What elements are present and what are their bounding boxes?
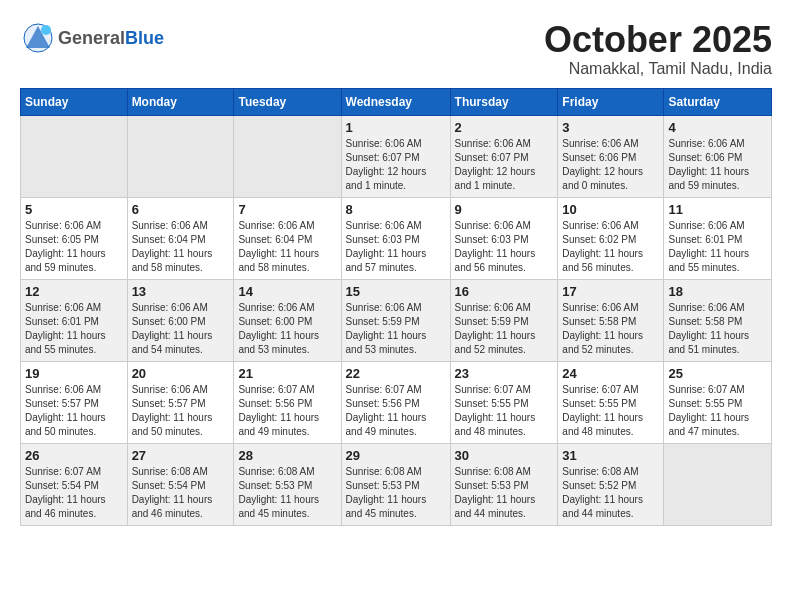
day-detail: Sunrise: 6:06 AM Sunset: 6:00 PM Dayligh… [238, 301, 336, 357]
day-number: 10 [562, 202, 659, 217]
day-detail: Sunrise: 6:07 AM Sunset: 5:55 PM Dayligh… [562, 383, 659, 439]
day-detail: Sunrise: 6:07 AM Sunset: 5:55 PM Dayligh… [668, 383, 767, 439]
calendar-day-cell: 7Sunrise: 6:06 AM Sunset: 6:04 PM Daylig… [234, 197, 341, 279]
calendar-day-cell: 31Sunrise: 6:08 AM Sunset: 5:52 PM Dayli… [558, 443, 664, 525]
day-detail: Sunrise: 6:06 AM Sunset: 6:03 PM Dayligh… [455, 219, 554, 275]
calendar-day-cell: 6Sunrise: 6:06 AM Sunset: 6:04 PM Daylig… [127, 197, 234, 279]
calendar-day-cell: 3Sunrise: 6:06 AM Sunset: 6:06 PM Daylig… [558, 115, 664, 197]
calendar-day-cell: 1Sunrise: 6:06 AM Sunset: 6:07 PM Daylig… [341, 115, 450, 197]
weekday-header: Saturday [664, 88, 772, 115]
calendar-day-cell: 23Sunrise: 6:07 AM Sunset: 5:55 PM Dayli… [450, 361, 558, 443]
calendar-day-cell [21, 115, 128, 197]
day-detail: Sunrise: 6:08 AM Sunset: 5:54 PM Dayligh… [132, 465, 230, 521]
day-number: 29 [346, 448, 446, 463]
day-detail: Sunrise: 6:06 AM Sunset: 5:58 PM Dayligh… [562, 301, 659, 357]
day-detail: Sunrise: 6:07 AM Sunset: 5:54 PM Dayligh… [25, 465, 123, 521]
calendar-day-cell: 19Sunrise: 6:06 AM Sunset: 5:57 PM Dayli… [21, 361, 128, 443]
calendar-day-cell: 21Sunrise: 6:07 AM Sunset: 5:56 PM Dayli… [234, 361, 341, 443]
logo-blue-text: Blue [125, 28, 164, 48]
day-detail: Sunrise: 6:06 AM Sunset: 6:06 PM Dayligh… [562, 137, 659, 193]
calendar-week-row: 26Sunrise: 6:07 AM Sunset: 5:54 PM Dayli… [21, 443, 772, 525]
calendar-day-cell [234, 115, 341, 197]
day-number: 31 [562, 448, 659, 463]
calendar-day-cell: 30Sunrise: 6:08 AM Sunset: 5:53 PM Dayli… [450, 443, 558, 525]
day-number: 23 [455, 366, 554, 381]
weekday-header: Monday [127, 88, 234, 115]
day-number: 26 [25, 448, 123, 463]
logo-general-text: General [58, 28, 125, 48]
day-number: 1 [346, 120, 446, 135]
day-number: 25 [668, 366, 767, 381]
day-detail: Sunrise: 6:06 AM Sunset: 5:57 PM Dayligh… [132, 383, 230, 439]
day-number: 16 [455, 284, 554, 299]
day-detail: Sunrise: 6:06 AM Sunset: 6:04 PM Dayligh… [238, 219, 336, 275]
weekday-header: Wednesday [341, 88, 450, 115]
day-number: 28 [238, 448, 336, 463]
day-number: 22 [346, 366, 446, 381]
weekday-header: Thursday [450, 88, 558, 115]
weekday-header: Friday [558, 88, 664, 115]
day-detail: Sunrise: 6:06 AM Sunset: 6:03 PM Dayligh… [346, 219, 446, 275]
day-number: 24 [562, 366, 659, 381]
calendar-day-cell: 10Sunrise: 6:06 AM Sunset: 6:02 PM Dayli… [558, 197, 664, 279]
day-number: 11 [668, 202, 767, 217]
calendar-day-cell: 17Sunrise: 6:06 AM Sunset: 5:58 PM Dayli… [558, 279, 664, 361]
location-subtitle: Namakkal, Tamil Nadu, India [544, 60, 772, 78]
calendar-day-cell: 2Sunrise: 6:06 AM Sunset: 6:07 PM Daylig… [450, 115, 558, 197]
day-number: 4 [668, 120, 767, 135]
day-detail: Sunrise: 6:06 AM Sunset: 6:07 PM Dayligh… [455, 137, 554, 193]
day-detail: Sunrise: 6:06 AM Sunset: 6:04 PM Dayligh… [132, 219, 230, 275]
calendar-day-cell: 20Sunrise: 6:06 AM Sunset: 5:57 PM Dayli… [127, 361, 234, 443]
day-detail: Sunrise: 6:06 AM Sunset: 5:59 PM Dayligh… [455, 301, 554, 357]
day-number: 12 [25, 284, 123, 299]
day-detail: Sunrise: 6:06 AM Sunset: 5:57 PM Dayligh… [25, 383, 123, 439]
day-number: 19 [25, 366, 123, 381]
day-detail: Sunrise: 6:07 AM Sunset: 5:56 PM Dayligh… [238, 383, 336, 439]
calendar-week-row: 5Sunrise: 6:06 AM Sunset: 6:05 PM Daylig… [21, 197, 772, 279]
day-number: 13 [132, 284, 230, 299]
logo-icon [20, 20, 56, 56]
day-number: 17 [562, 284, 659, 299]
title-block: October 2025 Namakkal, Tamil Nadu, India [544, 20, 772, 78]
day-detail: Sunrise: 6:06 AM Sunset: 6:00 PM Dayligh… [132, 301, 230, 357]
calendar-header-row: SundayMondayTuesdayWednesdayThursdayFrid… [21, 88, 772, 115]
logo: GeneralBlue [20, 20, 164, 56]
day-detail: Sunrise: 6:07 AM Sunset: 5:55 PM Dayligh… [455, 383, 554, 439]
day-number: 2 [455, 120, 554, 135]
calendar-week-row: 12Sunrise: 6:06 AM Sunset: 6:01 PM Dayli… [21, 279, 772, 361]
calendar-week-row: 1Sunrise: 6:06 AM Sunset: 6:07 PM Daylig… [21, 115, 772, 197]
calendar-day-cell: 11Sunrise: 6:06 AM Sunset: 6:01 PM Dayli… [664, 197, 772, 279]
day-number: 8 [346, 202, 446, 217]
calendar-day-cell: 28Sunrise: 6:08 AM Sunset: 5:53 PM Dayli… [234, 443, 341, 525]
day-detail: Sunrise: 6:08 AM Sunset: 5:52 PM Dayligh… [562, 465, 659, 521]
day-number: 6 [132, 202, 230, 217]
calendar-day-cell: 4Sunrise: 6:06 AM Sunset: 6:06 PM Daylig… [664, 115, 772, 197]
calendar-day-cell: 27Sunrise: 6:08 AM Sunset: 5:54 PM Dayli… [127, 443, 234, 525]
day-number: 9 [455, 202, 554, 217]
day-number: 21 [238, 366, 336, 381]
day-detail: Sunrise: 6:08 AM Sunset: 5:53 PM Dayligh… [238, 465, 336, 521]
day-detail: Sunrise: 6:06 AM Sunset: 6:05 PM Dayligh… [25, 219, 123, 275]
calendar-day-cell: 14Sunrise: 6:06 AM Sunset: 6:00 PM Dayli… [234, 279, 341, 361]
day-number: 15 [346, 284, 446, 299]
weekday-header: Sunday [21, 88, 128, 115]
calendar-week-row: 19Sunrise: 6:06 AM Sunset: 5:57 PM Dayli… [21, 361, 772, 443]
day-number: 20 [132, 366, 230, 381]
day-detail: Sunrise: 6:06 AM Sunset: 5:59 PM Dayligh… [346, 301, 446, 357]
calendar-day-cell: 25Sunrise: 6:07 AM Sunset: 5:55 PM Dayli… [664, 361, 772, 443]
calendar-day-cell: 29Sunrise: 6:08 AM Sunset: 5:53 PM Dayli… [341, 443, 450, 525]
page-header: GeneralBlue October 2025 Namakkal, Tamil… [20, 20, 772, 78]
svg-point-2 [41, 25, 51, 35]
calendar-day-cell [664, 443, 772, 525]
day-detail: Sunrise: 6:06 AM Sunset: 5:58 PM Dayligh… [668, 301, 767, 357]
calendar-day-cell: 12Sunrise: 6:06 AM Sunset: 6:01 PM Dayli… [21, 279, 128, 361]
day-number: 7 [238, 202, 336, 217]
day-number: 30 [455, 448, 554, 463]
month-year-title: October 2025 [544, 20, 772, 60]
calendar-day-cell [127, 115, 234, 197]
day-detail: Sunrise: 6:06 AM Sunset: 6:06 PM Dayligh… [668, 137, 767, 193]
calendar-day-cell: 15Sunrise: 6:06 AM Sunset: 5:59 PM Dayli… [341, 279, 450, 361]
day-detail: Sunrise: 6:06 AM Sunset: 6:01 PM Dayligh… [668, 219, 767, 275]
day-number: 3 [562, 120, 659, 135]
day-detail: Sunrise: 6:06 AM Sunset: 6:07 PM Dayligh… [346, 137, 446, 193]
